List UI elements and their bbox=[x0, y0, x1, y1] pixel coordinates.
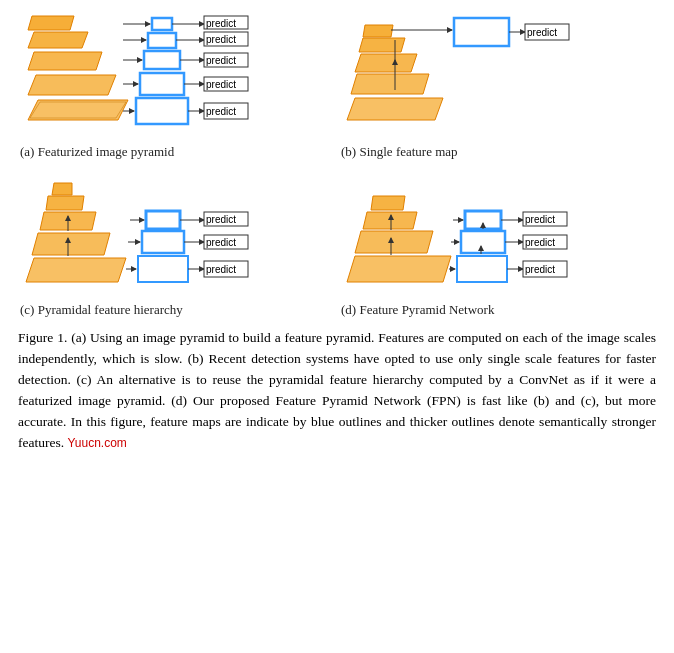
svg-marker-66 bbox=[355, 231, 433, 253]
svg-marker-67 bbox=[363, 212, 417, 229]
svg-marker-33 bbox=[355, 54, 417, 72]
svg-text:predict: predict bbox=[525, 214, 555, 225]
diagram-c: predict predict predict (c) Pyramidal fe… bbox=[18, 168, 335, 318]
svg-marker-32 bbox=[351, 74, 429, 94]
svg-marker-43 bbox=[26, 258, 126, 282]
svg-marker-34 bbox=[359, 38, 405, 52]
diagram-c-label: (c) Pyramidal feature hierarchy bbox=[18, 302, 183, 318]
diagram-a: predict predict predict predict predict bbox=[18, 10, 335, 160]
diagram-b: predict (b) Single feature map bbox=[339, 10, 656, 160]
svg-rect-49 bbox=[142, 231, 184, 253]
svg-text:predict: predict bbox=[525, 237, 555, 248]
svg-text:predict: predict bbox=[525, 264, 555, 275]
svg-text:predict: predict bbox=[206, 106, 236, 117]
diagram-a-label: (a) Featurized image pyramid bbox=[18, 144, 174, 160]
svg-rect-48 bbox=[138, 256, 188, 282]
svg-marker-65 bbox=[347, 256, 451, 282]
svg-text:predict: predict bbox=[206, 214, 236, 225]
svg-marker-3 bbox=[28, 52, 102, 70]
svg-rect-70 bbox=[461, 231, 505, 253]
svg-text:predict: predict bbox=[206, 18, 236, 29]
svg-rect-69 bbox=[457, 256, 507, 282]
diagram-area-b: predict bbox=[339, 10, 656, 140]
watermark: Yuucn.com bbox=[67, 436, 126, 450]
diagram-area-c: predict predict predict bbox=[18, 168, 335, 298]
svg-marker-47 bbox=[52, 183, 72, 195]
svg-marker-31 bbox=[347, 98, 443, 120]
svg-rect-10 bbox=[152, 18, 172, 30]
diagram-area-d: predict predict predict bbox=[339, 168, 656, 298]
svg-rect-50 bbox=[146, 211, 180, 229]
svg-marker-68 bbox=[371, 196, 405, 210]
svg-marker-35 bbox=[363, 25, 393, 37]
main-container: predict predict predict predict predict bbox=[0, 0, 674, 470]
svg-marker-0 bbox=[28, 100, 128, 120]
svg-marker-4 bbox=[28, 32, 88, 48]
svg-text:predict: predict bbox=[206, 237, 236, 248]
figure-caption: Figure 1. (a) Using an image pyramid to … bbox=[18, 328, 656, 454]
svg-rect-8 bbox=[144, 51, 180, 69]
svg-text:predict: predict bbox=[206, 79, 236, 90]
svg-text:predict: predict bbox=[206, 55, 236, 66]
svg-marker-46 bbox=[46, 196, 84, 210]
diagram-d: predict predict predict (d) F bbox=[339, 168, 656, 318]
diagram-area-a: predict predict predict predict predict bbox=[18, 10, 335, 140]
diagram-d-label: (d) Feature Pyramid Network bbox=[339, 302, 494, 318]
svg-rect-9 bbox=[148, 33, 176, 48]
svg-text:predict: predict bbox=[206, 264, 236, 275]
svg-rect-36 bbox=[454, 18, 509, 46]
svg-rect-6 bbox=[136, 98, 188, 124]
svg-text:predict: predict bbox=[527, 27, 557, 38]
svg-marker-44 bbox=[32, 233, 110, 255]
svg-marker-5 bbox=[28, 16, 74, 30]
svg-marker-2 bbox=[28, 75, 116, 95]
svg-rect-7 bbox=[140, 73, 184, 95]
diagram-b-label: (b) Single feature map bbox=[339, 144, 458, 160]
svg-text:predict: predict bbox=[206, 34, 236, 45]
caption-text: Figure 1. (a) Using an image pyramid to … bbox=[18, 330, 656, 450]
diagrams-grid: predict predict predict predict predict bbox=[18, 10, 656, 318]
